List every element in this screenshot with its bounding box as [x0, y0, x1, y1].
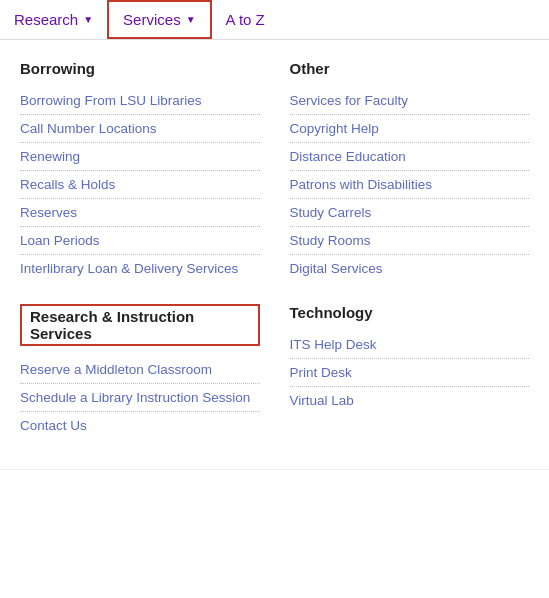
technology-section: Technology ITS Help Desk Print Desk Virt…: [290, 304, 530, 414]
borrowing-section: Borrowing Borrowing From LSU Libraries C…: [20, 60, 260, 282]
link-digital-services[interactable]: Digital Services: [290, 255, 530, 282]
link-schedule-instruction[interactable]: Schedule a Library Instruction Session: [20, 384, 260, 412]
other-heading: Other: [290, 60, 530, 77]
link-interlibrary[interactable]: Interlibrary Loan & Delivery Services: [20, 255, 260, 282]
link-renewing[interactable]: Renewing: [20, 143, 260, 171]
nav-services-label: Services: [123, 11, 181, 28]
link-its-helpdesk[interactable]: ITS Help Desk: [290, 331, 530, 359]
link-print-desk[interactable]: Print Desk: [290, 359, 530, 387]
nav-atoz[interactable]: A to Z: [212, 0, 279, 39]
nav-bar: Research ▼ Services ▼ A to Z: [0, 0, 549, 40]
borrowing-heading: Borrowing: [20, 60, 260, 77]
nav-atoz-label: A to Z: [226, 11, 265, 28]
other-section: Other Services for Faculty Copyright Hel…: [290, 60, 530, 282]
link-patrons-disabilities[interactable]: Patrons with Disabilities: [290, 171, 530, 199]
link-contact-us[interactable]: Contact Us: [20, 412, 260, 439]
right-column: Other Services for Faculty Copyright Hel…: [275, 60, 530, 439]
link-study-carrels[interactable]: Study Carrels: [290, 199, 530, 227]
link-services-faculty[interactable]: Services for Faculty: [290, 87, 530, 115]
research-caret-icon: ▼: [83, 14, 93, 25]
link-distance-education[interactable]: Distance Education: [290, 143, 530, 171]
research-instruction-section: Research & Instruction Services Reserve …: [20, 304, 260, 439]
link-study-rooms[interactable]: Study Rooms: [290, 227, 530, 255]
nav-services[interactable]: Services ▼: [107, 0, 211, 39]
nav-research-label: Research: [14, 11, 78, 28]
services-caret-icon: ▼: [186, 14, 196, 25]
left-column: Borrowing Borrowing From LSU Libraries C…: [20, 60, 275, 439]
services-dropdown: Borrowing Borrowing From LSU Libraries C…: [0, 40, 549, 470]
link-recalls-holds[interactable]: Recalls & Holds: [20, 171, 260, 199]
technology-heading: Technology: [290, 304, 530, 321]
link-borrowing-lsu[interactable]: Borrowing From LSU Libraries: [20, 87, 260, 115]
link-copyright-help[interactable]: Copyright Help: [290, 115, 530, 143]
link-virtual-lab[interactable]: Virtual Lab: [290, 387, 530, 414]
link-loan-periods[interactable]: Loan Periods: [20, 227, 260, 255]
link-call-number[interactable]: Call Number Locations: [20, 115, 260, 143]
nav-research[interactable]: Research ▼: [0, 0, 107, 39]
research-instruction-heading: Research & Instruction Services: [20, 304, 260, 346]
link-reserve-classroom[interactable]: Reserve a Middleton Classroom: [20, 356, 260, 384]
link-reserves[interactable]: Reserves: [20, 199, 260, 227]
